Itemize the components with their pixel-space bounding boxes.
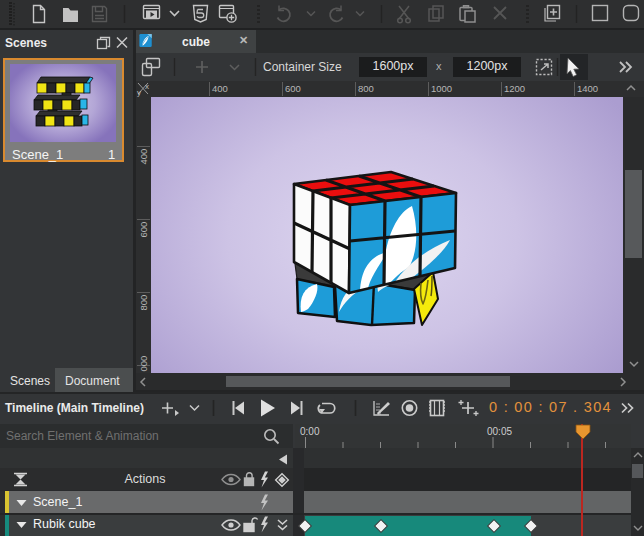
svg-text:y: y <box>137 88 141 97</box>
svg-text:x: x <box>145 82 149 91</box>
